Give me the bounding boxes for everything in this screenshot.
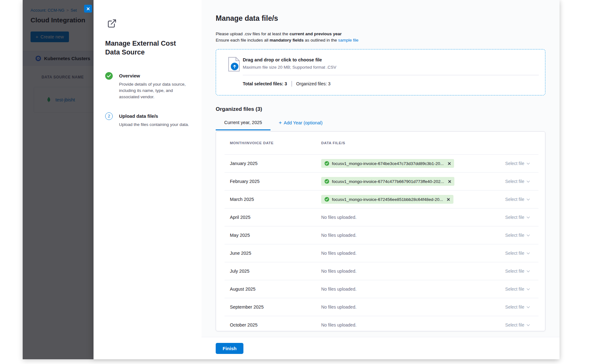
select-file-dropdown[interactable]: Select file bbox=[505, 161, 529, 166]
table-row: October 2025 No files uploaded. Select f… bbox=[225, 316, 538, 331]
dropzone-title: Drag and drop or click to choose file bbox=[243, 57, 545, 62]
file-name: focusv1_mongo-invoice-674be3ce47c73d37dd… bbox=[332, 161, 444, 166]
select-file-label: Select file bbox=[505, 215, 524, 220]
file-name: focusv1_mongo-invoice-672456ee851bbb28c6… bbox=[332, 197, 443, 202]
table-row: September 2025 No files uploaded. Select… bbox=[225, 298, 538, 316]
drawer-title: Manage External Cost Data Source bbox=[105, 39, 185, 57]
step-description-upload: Upload the files containing your data. bbox=[119, 122, 189, 128]
background-page: Account: CCM-NG>Set Cloud Integration + … bbox=[23, 0, 94, 359]
month-label: July 2025 bbox=[230, 269, 321, 274]
remove-file-icon[interactable] bbox=[447, 162, 451, 165]
uploaded-file-chip: focusv1_mongo-invoice-6774c477b667901d77… bbox=[321, 177, 454, 186]
add-year-label: Add Year (optional) bbox=[284, 120, 322, 125]
check-circle-icon bbox=[324, 179, 329, 184]
file-cell: No files uploaded. bbox=[321, 287, 505, 292]
sample-file-link[interactable]: sample file bbox=[338, 38, 359, 43]
no-files-text: No files uploaded. bbox=[321, 251, 356, 256]
table-header-row: MONTH/INVOICE DATE DATA FILE/S bbox=[216, 132, 545, 154]
column-header-files: DATA FILE/S bbox=[321, 141, 529, 145]
select-file-dropdown[interactable]: Select file bbox=[505, 215, 529, 220]
no-files-text: No files uploaded. bbox=[321, 322, 356, 327]
main-title: Manage data file/s bbox=[216, 14, 545, 23]
organized-files-count: Organized files: 3 bbox=[296, 81, 331, 86]
stepper-panel: Manage External Cost Data Source Overvie… bbox=[94, 0, 202, 359]
step-description-overview: Provide details of your data source, inc… bbox=[119, 81, 192, 100]
uploaded-file-chip: focusv1_mongo-invoice-674be3ce47c73d37dd… bbox=[321, 159, 454, 168]
close-button[interactable] bbox=[84, 5, 92, 13]
check-circle-icon bbox=[324, 161, 329, 166]
intro-line2-mid: as outlined in the bbox=[304, 38, 338, 43]
table-row: May 2025 No files uploaded. Select file bbox=[225, 226, 538, 244]
upload-file-icon bbox=[228, 57, 242, 73]
check-circle-icon bbox=[324, 197, 329, 202]
upload-instructions: Please upload .csv files for at least th… bbox=[216, 31, 545, 43]
no-files-text: No files uploaded. bbox=[321, 304, 356, 310]
file-cell: focusv1_mongo-invoice-674be3ce47c73d37dd… bbox=[321, 159, 505, 168]
select-file-dropdown[interactable]: Select file bbox=[505, 197, 529, 202]
month-label: April 2025 bbox=[230, 215, 321, 220]
close-icon bbox=[86, 7, 90, 11]
select-file-dropdown[interactable]: Select file bbox=[505, 179, 529, 184]
dropzone-stats: Total selected files: 3 Organized files:… bbox=[243, 75, 545, 92]
no-files-text: No files uploaded. bbox=[321, 269, 356, 274]
month-label: August 2025 bbox=[230, 287, 321, 292]
select-file-dropdown[interactable]: Select file bbox=[505, 322, 529, 327]
stepper: Overview Provide details of your data so… bbox=[105, 72, 192, 128]
modal-overlay bbox=[23, 0, 94, 359]
file-cell: No files uploaded. bbox=[321, 304, 505, 310]
file-name: focusv1_mongo-invoice-6774c477b667901d77… bbox=[332, 179, 444, 184]
upload-arrow-icon bbox=[231, 63, 238, 70]
step-complete-icon bbox=[105, 72, 113, 100]
chevron-down-icon bbox=[527, 287, 530, 290]
total-selected-files: Total selected files: 3 bbox=[243, 81, 287, 86]
month-label: October 2025 bbox=[230, 322, 321, 327]
chevron-down-icon bbox=[527, 215, 530, 218]
chevron-down-icon bbox=[527, 251, 530, 254]
add-year-button[interactable]: + Add Year (optional) bbox=[279, 120, 322, 125]
file-cell: No files uploaded. bbox=[321, 215, 505, 220]
step-upload-data-files[interactable]: 2 Upload data file/s Upload the files co… bbox=[105, 112, 192, 128]
main-panel: Manage data file/s Please upload .csv fi… bbox=[202, 0, 560, 359]
file-dropzone[interactable]: Drag and drop or click to choose file Ma… bbox=[216, 49, 545, 95]
table-row: March 2025 focusv1_mongo-invoice-672456e… bbox=[225, 190, 538, 208]
select-file-dropdown[interactable]: Select file bbox=[505, 304, 529, 310]
select-file-dropdown[interactable]: Select file bbox=[505, 269, 529, 274]
column-header-month: MONTH/INVOICE DATE bbox=[230, 141, 321, 145]
month-label: February 2025 bbox=[230, 179, 321, 184]
select-file-label: Select file bbox=[505, 269, 524, 274]
screen: Account: CCM-NG>Set Cloud Integration + … bbox=[0, 0, 609, 364]
step-overview[interactable]: Overview Provide details of your data so… bbox=[105, 72, 192, 100]
select-file-dropdown[interactable]: Select file bbox=[505, 233, 529, 238]
finish-button[interactable]: Finish bbox=[216, 343, 243, 354]
select-file-dropdown[interactable]: Select file bbox=[505, 287, 529, 292]
external-link-icon bbox=[107, 19, 192, 30]
month-label: May 2025 bbox=[230, 233, 321, 238]
uploaded-file-chip: focusv1_mongo-invoice-672456ee851bbb28c6… bbox=[321, 195, 453, 204]
select-file-label: Select file bbox=[505, 287, 524, 292]
stats-divider bbox=[292, 81, 292, 87]
table-row: August 2025 No files uploaded. Select fi… bbox=[225, 280, 538, 298]
intro-line1-bold: current and previous year bbox=[289, 31, 342, 36]
chevron-down-icon bbox=[527, 161, 530, 164]
organized-files-heading: Organized files (3) bbox=[216, 106, 545, 112]
remove-file-icon[interactable] bbox=[448, 180, 451, 183]
files-table: MONTH/INVOICE DATE DATA FILE/S January 2… bbox=[216, 131, 545, 331]
select-file-dropdown[interactable]: Select file bbox=[505, 251, 529, 256]
select-file-label: Select file bbox=[505, 233, 524, 238]
intro-line2-bold: mandatory fields bbox=[270, 38, 304, 43]
no-files-text: No files uploaded. bbox=[321, 233, 356, 238]
select-file-label: Select file bbox=[505, 304, 524, 310]
remove-file-icon[interactable] bbox=[447, 198, 450, 201]
month-label: March 2025 bbox=[230, 197, 321, 202]
tab-current-year[interactable]: Current year, 2025 bbox=[216, 120, 270, 130]
table-row: April 2025 No files uploaded. Select fil… bbox=[225, 208, 538, 226]
chevron-down-icon bbox=[527, 323, 530, 326]
step-label-upload: Upload data file/s bbox=[119, 112, 189, 119]
main-content: Manage data file/s Please upload .csv fi… bbox=[202, 0, 560, 331]
file-cell: No files uploaded. bbox=[321, 269, 505, 274]
month-label: June 2025 bbox=[230, 251, 321, 256]
select-file-label: Select file bbox=[505, 161, 524, 166]
select-file-label: Select file bbox=[505, 251, 524, 256]
manage-data-source-drawer: Manage External Cost Data Source Overvie… bbox=[94, 0, 560, 359]
file-cell: focusv1_mongo-invoice-672456ee851bbb28c6… bbox=[321, 195, 505, 204]
